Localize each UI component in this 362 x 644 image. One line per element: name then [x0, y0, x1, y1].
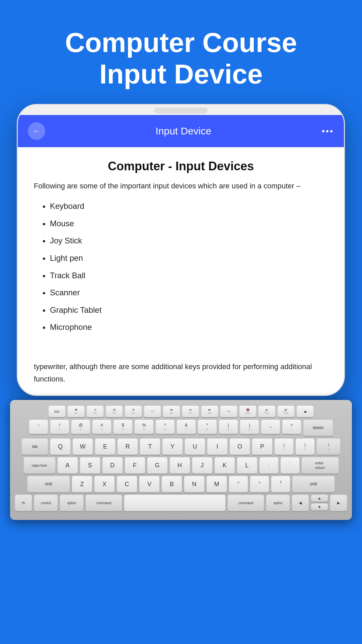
key-b[interactable]: B — [161, 476, 182, 492]
device-list: Keyboard Mouse Joy Stick Light pen Track… — [34, 200, 328, 333]
key-x[interactable]: X — [94, 476, 115, 492]
key-2[interactable]: @2 — [71, 419, 90, 434]
key-o[interactable]: O — [229, 438, 250, 455]
key-space[interactable] — [124, 494, 226, 511]
key-7[interactable]: &7 — [176, 419, 196, 434]
key-enter[interactable]: enterreturn — [301, 457, 339, 474]
bottom-row: fn control option command command option… — [15, 494, 347, 511]
key-3[interactable]: #3 — [92, 419, 112, 434]
key-bracket-right[interactable]: ]} — [295, 438, 315, 455]
key-w[interactable]: W — [72, 438, 93, 455]
key-l[interactable]: L — [237, 457, 258, 474]
key-minus[interactable]: _- — [261, 419, 280, 434]
key-command-left[interactable]: command — [85, 494, 122, 511]
back-button[interactable]: ← — [28, 122, 45, 140]
key-slash[interactable]: ?/ — [271, 476, 290, 492]
key-command-right[interactable]: command — [227, 494, 264, 511]
key-f9[interactable]: F9 — [220, 405, 237, 417]
key-f11[interactable]: 🔉F11 — [258, 405, 276, 417]
keyboard: esc ✱F1 ✳F2 ⊞F3 ⊟F4 F5 ⏮F6 ⏯F7 ⏭F8 F9 🔇F… — [10, 400, 352, 520]
key-g[interactable]: G — [147, 457, 168, 474]
key-option-left[interactable]: option — [60, 494, 84, 511]
key-semicolon[interactable]: ;: — [259, 457, 279, 474]
key-z[interactable]: Z — [72, 476, 92, 492]
key-comma[interactable]: <, — [229, 476, 248, 492]
key-a[interactable]: A — [57, 457, 78, 474]
zxcv-row: shift Z X C V B N M <, >. ?/ shift — [15, 476, 347, 492]
key-s[interactable]: S — [80, 457, 100, 474]
key-f2[interactable]: ✳F2 — [86, 405, 104, 417]
asdf-row: caps lock A S D F G H J K L ;: '" enterr… — [15, 457, 347, 474]
qwerty-row: tab Q W E R T Y U I O P [{ ]} \| — [15, 438, 347, 455]
key-m[interactable]: M — [206, 476, 227, 492]
key-fn[interactable]: fn — [15, 494, 32, 511]
key-1[interactable]: !1 — [50, 419, 69, 434]
key-f[interactable]: F — [125, 457, 145, 474]
key-eject[interactable]: ⏏ — [296, 405, 314, 417]
page-header: Computer Course Input Device — [0, 0, 362, 104]
key-5[interactable]: %5 — [134, 419, 154, 434]
key-9[interactable]: (9 — [219, 419, 238, 434]
key-c[interactable]: C — [117, 476, 137, 492]
key-option-right[interactable]: option — [266, 494, 290, 511]
key-quote[interactable]: '" — [280, 457, 300, 474]
phone-container: ← Input Device ••• Computer - Input Devi… — [17, 104, 345, 396]
key-control[interactable]: control — [34, 494, 58, 511]
page-title: Computer Course Input Device — [20, 27, 342, 90]
key-4[interactable]: $4 — [113, 419, 133, 434]
list-item: Keyboard — [50, 200, 328, 212]
key-backslash[interactable]: \| — [316, 438, 341, 455]
key-j[interactable]: J — [192, 457, 213, 474]
key-8[interactable]: *8 — [198, 419, 217, 434]
key-shift-right[interactable]: shift — [292, 476, 335, 492]
key-i[interactable]: I — [207, 438, 228, 455]
key-arrow-up[interactable]: ▲ — [311, 494, 328, 502]
key-f3[interactable]: ⊞F3 — [105, 405, 123, 417]
app-header: ← Input Device ••• — [18, 115, 344, 147]
key-delete[interactable]: delete — [303, 419, 333, 436]
key-q[interactable]: Q — [50, 438, 71, 455]
list-item: Track Ball — [50, 270, 328, 281]
bottom-text: typewriter, although there are some addi… — [18, 351, 344, 395]
key-bracket-left[interactable]: [{ — [274, 438, 294, 455]
key-shift-left[interactable]: shift — [27, 476, 70, 492]
key-period[interactable]: >. — [250, 476, 269, 492]
key-f1[interactable]: ✱F1 — [67, 405, 85, 417]
key-f5[interactable]: F5 — [144, 405, 161, 417]
more-button[interactable]: ••• — [322, 126, 334, 136]
key-f8[interactable]: ⏭F8 — [201, 405, 218, 417]
key-f10[interactable]: 🔇F10 — [239, 405, 257, 417]
key-u[interactable]: U — [185, 438, 205, 455]
key-f4[interactable]: ⊟F4 — [125, 405, 142, 417]
key-arrow-down[interactable]: ▼ — [311, 503, 328, 511]
notch-bar — [154, 108, 208, 114]
list-item: Joy Stick — [50, 235, 328, 246]
key-arrow-left[interactable]: ◄ — [292, 494, 309, 511]
key-v[interactable]: V — [139, 476, 160, 492]
key-f7[interactable]: ⏯F7 — [182, 405, 199, 417]
key-k[interactable]: K — [214, 457, 235, 474]
key-f6[interactable]: ⏮F6 — [163, 405, 180, 417]
key-h[interactable]: H — [169, 457, 190, 474]
key-p[interactable]: P — [252, 438, 273, 455]
key-0[interactable]: )0 — [240, 419, 259, 434]
key-d[interactable]: D — [102, 457, 123, 474]
key-t[interactable]: T — [140, 438, 160, 455]
key-capslock[interactable]: caps lock — [23, 457, 56, 474]
key-6[interactable]: ^6 — [155, 419, 175, 434]
key-f12[interactable]: 🔊F12 — [277, 405, 295, 417]
key-tilde[interactable]: ~` — [29, 419, 48, 434]
key-arrow-right[interactable]: ► — [330, 494, 347, 511]
key-y[interactable]: Y — [162, 438, 183, 455]
list-item: Light pen — [50, 252, 328, 264]
key-e[interactable]: E — [95, 438, 116, 455]
list-item: Microphone — [50, 321, 328, 333]
key-esc[interactable]: esc — [48, 405, 66, 417]
fn-row: esc ✱F1 ✳F2 ⊞F3 ⊟F4 F5 ⏮F6 ⏯F7 ⏭F8 F9 🔇F… — [15, 405, 347, 417]
key-tab[interactable]: tab — [21, 438, 48, 455]
num-row: ~` !1 @2 #3 $4 %5 ^6 &7 *8 (9 )0 _- += d… — [15, 419, 347, 436]
key-r[interactable]: R — [117, 438, 138, 455]
content-area: Computer - Input Devices Following are s… — [18, 147, 344, 351]
key-n[interactable]: N — [184, 476, 205, 492]
key-equals[interactable]: += — [282, 419, 301, 434]
